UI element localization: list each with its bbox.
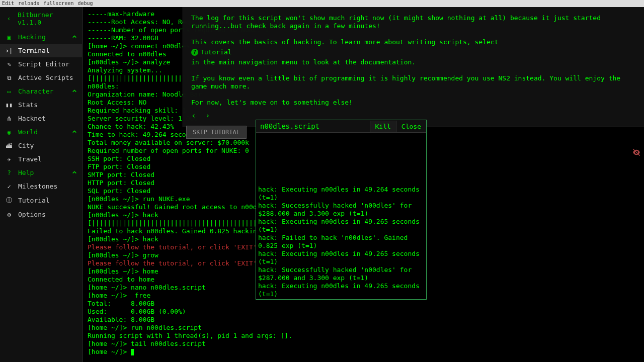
terminal-icon: ›| (5, 47, 13, 54)
network-icon: ⋔ (5, 115, 13, 122)
script-log-titlebar[interactable]: n00dles.script Kill Close (256, 120, 426, 133)
computer-icon: ▣ (5, 34, 13, 41)
chevron-up-icon (72, 128, 77, 136)
nav-stats[interactable]: ▮▮ Stats (0, 98, 82, 112)
nav-options[interactable]: ⚙ Options (0, 208, 82, 221)
bars-icon: ▮▮ (5, 102, 13, 109)
menu-reloads[interactable]: reloads (18, 1, 39, 7)
app-version[interactable]: ‹ Bitburner v1.1.0 (0, 7, 82, 30)
nav-milestones[interactable]: ✓ Milestones (0, 179, 82, 193)
stack-icon: ⧉ (5, 74, 13, 81)
tutorial-panel: The log for this script won't show much … (183, 7, 644, 127)
chevron-up-icon (72, 169, 77, 176)
section-character[interactable]: ▭ Character (0, 84, 82, 98)
tutorial-prev-button[interactable]: ‹ (191, 112, 196, 120)
log-line: hack: Successfully hacked 'n00dles' for … (258, 202, 424, 218)
question-circle-icon: ? (191, 49, 198, 56)
log-line: hack: Executing n00dles in 49.265 second… (258, 250, 424, 266)
tutorial-link[interactable]: ? Tutorial (191, 48, 232, 56)
tutorial-text: The log for this script won't show much … (191, 14, 637, 30)
info-icon: ⓘ (5, 196, 13, 205)
nav-city[interactable]: 🏙 City (0, 139, 82, 152)
menu-fullscreen[interactable]: fullscreen (43, 1, 73, 7)
skip-tutorial-button[interactable]: SKIP TUTORIAL (186, 126, 247, 139)
script-log-title: n00dles.script (256, 120, 370, 132)
nav-active-scripts[interactable]: ⧉ Active Scripts (0, 71, 82, 84)
chevron-left-icon: ‹ (5, 15, 13, 22)
menu-edit[interactable]: Edit (2, 1, 14, 7)
plane-icon: ✈ (5, 156, 13, 163)
window-menubar: Edit reloads fullscreen debug (0, 0, 644, 7)
terminal-prompt[interactable]: [home ~/]> (88, 348, 639, 356)
menu-debug[interactable]: debug (77, 1, 93, 7)
nav-tutorial[interactable]: ⓘ Tutorial (0, 193, 82, 208)
script-log-output: hack: Executing n00dles in 49.264 second… (256, 133, 426, 299)
close-button[interactable]: Close (396, 121, 426, 132)
chevron-up-icon (72, 87, 77, 95)
section-hacking[interactable]: ▣ Hacking (0, 30, 82, 44)
log-line: hack: Executing n00dles in 49.265 second… (258, 218, 424, 234)
nav-hacknet[interactable]: ⋔ Hacknet (0, 112, 82, 125)
city-icon: 🏙 (5, 142, 13, 149)
tutorial-text: This covers the basics of hacking. To le… (191, 38, 637, 46)
log-line: hack: Successfully hacked 'n00dles' for … (258, 266, 424, 282)
globe-icon: ◉ (5, 129, 13, 136)
check-icon: ✓ (5, 183, 13, 190)
kill-button[interactable]: Kill (370, 121, 396, 132)
section-help[interactable]: ? Help (0, 166, 82, 179)
section-world[interactable]: ◉ World (0, 125, 82, 139)
chevron-up-icon (72, 33, 77, 41)
script-log-window[interactable]: n00dles.script Kill Close hack: Executin… (256, 120, 427, 300)
tutorial-next-button[interactable]: › (205, 112, 210, 120)
sidebar: ‹ Bitburner v1.1.0 ▣ Hacking ›| Terminal… (0, 7, 83, 362)
tutorial-text: If you know even a little bit of program… (191, 74, 637, 90)
user-card-icon: ▭ (5, 88, 13, 95)
eye-off-icon[interactable] (632, 148, 641, 159)
question-icon: ? (5, 169, 13, 176)
log-line: hack: Executing n00dles in 49.265 second… (258, 282, 424, 298)
nav-script-editor[interactable]: ✎ Script Editor (0, 57, 82, 71)
nav-travel[interactable]: ✈ Travel (0, 152, 82, 166)
tutorial-text: For now, let's move on to something else… (191, 99, 637, 107)
log-line: hack: Failed to hack 'n00dles'. Gained 0… (258, 234, 424, 250)
pencil-icon: ✎ (5, 61, 13, 68)
nav-terminal[interactable]: ›| Terminal (0, 44, 82, 57)
gear-icon: ⚙ (5, 211, 13, 218)
log-line: hack: Executing n00dles in 49.264 second… (258, 186, 424, 202)
tutorial-text: in the main navigation menu to look at t… (191, 58, 637, 66)
